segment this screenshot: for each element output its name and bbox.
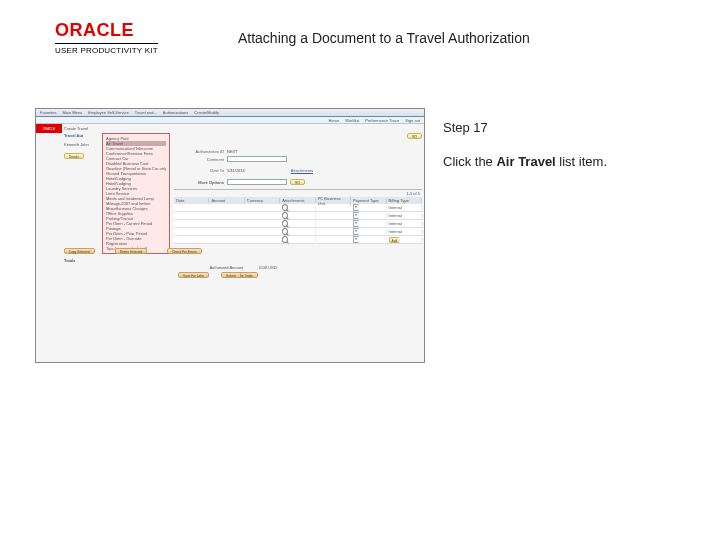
page-title: Attaching a Document to a Travel Authori… — [68, 30, 700, 46]
more-options-select[interactable] — [227, 179, 287, 185]
sidebar: Create Travel Travel Aut Kenneth John De… — [64, 126, 102, 159]
billing-type-select[interactable] — [353, 204, 359, 211]
go-button[interactable]: GO — [407, 133, 422, 139]
comment-input[interactable] — [227, 156, 287, 162]
add-row-button[interactable]: Add — [389, 237, 401, 243]
save-for-later-button[interactable]: Save For Later — [178, 272, 209, 278]
oracle-banner: ORACLE — [36, 124, 62, 133]
brand-subtitle: USER PRODUCTIVITY KIT — [55, 46, 158, 55]
delete-selected-button[interactable]: Delete Selected — [115, 248, 148, 254]
instruction-panel: Step 17 Click the Air Travel list item. — [425, 108, 700, 363]
breadcrumb: Favorites Main Menu Employee Self-Servic… — [36, 109, 424, 117]
app-screenshot: Favorites Main Menu Employee Self-Servic… — [35, 108, 425, 363]
attachments-link[interactable]: Attachments — [291, 168, 313, 173]
submit-button[interactable]: Submit — [221, 272, 241, 278]
details-tab[interactable]: Details — [64, 153, 84, 159]
top-nav: Home Worklist Performance Trace Sign out — [36, 117, 424, 124]
search-icon[interactable] — [282, 204, 288, 211]
go-button-2[interactable]: GO — [290, 179, 305, 185]
form-body: GO Authorization ID NEXT Comment Date To… — [174, 131, 422, 280]
copy-selected-button[interactable]: Copy Selected — [64, 248, 95, 254]
step-text: Click the Air Travel list item. — [443, 152, 700, 172]
expense-type-dropdown-list[interactable]: Agency Paid Air Travel Communication/Tel… — [102, 133, 170, 254]
expense-table: 1-5 of 5 Date Amount Currency Attachment… — [174, 189, 422, 244]
search-icon[interactable] — [282, 228, 288, 235]
search-icon[interactable] — [282, 220, 288, 227]
search-icon[interactable] — [282, 212, 288, 219]
check-errors-button[interactable]: Check For Errors — [167, 248, 201, 254]
search-icon[interactable] — [282, 236, 288, 243]
step-number: Step 17 — [443, 118, 700, 138]
